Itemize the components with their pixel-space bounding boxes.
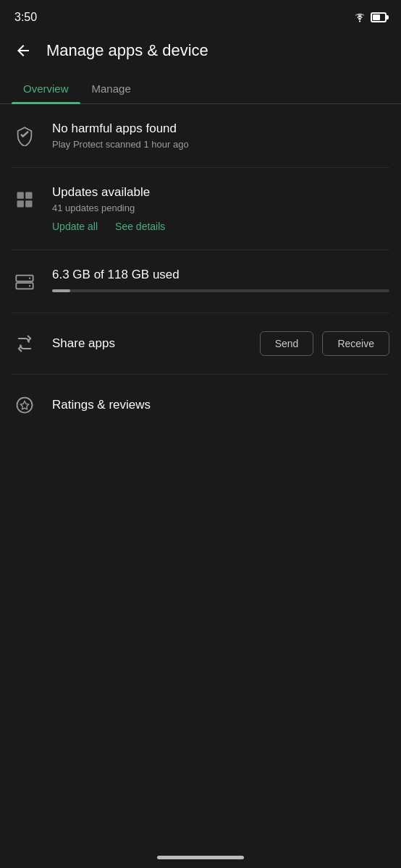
ratings-label: Ratings & reviews: [52, 398, 151, 412]
play-protect-title: No harmful apps found: [52, 122, 389, 136]
svg-marker-1: [20, 131, 29, 137]
back-icon: [14, 42, 32, 59]
play-protect-section: No harmful apps found Play Protect scann…: [12, 104, 389, 168]
home-indicator: [157, 856, 244, 859]
play-protect-subtitle: Play Protect scanned 1 hour ago: [52, 139, 389, 150]
receive-button[interactable]: Receive: [322, 331, 389, 356]
play-protect-content: No harmful apps found Play Protect scann…: [52, 122, 389, 150]
storage-bar-container: [52, 289, 389, 292]
updates-icon-container: [12, 187, 38, 213]
back-button[interactable]: [12, 39, 35, 62]
updates-icon: [14, 190, 35, 210]
storage-section: 6.3 GB of 118 GB used: [12, 250, 389, 313]
svg-point-10: [17, 398, 33, 413]
ratings-icon-container: [12, 392, 38, 418]
ratings-section: Ratings & reviews: [12, 375, 389, 435]
updates-content: Updates available 41 updates pending Upd…: [52, 185, 389, 232]
tabs: Overview Manage: [0, 74, 401, 104]
updates-subtitle: 41 updates pending: [52, 203, 389, 213]
storage-icon: [14, 272, 35, 292]
update-actions: Update all See details: [52, 221, 389, 232]
ratings-icon: [14, 395, 35, 415]
see-details-link[interactable]: See details: [115, 221, 165, 232]
tab-overview[interactable]: Overview: [12, 74, 80, 103]
svg-rect-3: [25, 192, 32, 199]
svg-point-8: [29, 278, 30, 279]
status-bar: 3:50: [0, 0, 401, 32]
share-apps-buttons: Send Receive: [260, 331, 389, 356]
svg-point-9: [29, 285, 30, 286]
storage-content: 6.3 GB of 118 GB used: [52, 268, 389, 292]
updates-section: Updates available 41 updates pending Upd…: [12, 168, 389, 250]
status-time: 3:50: [14, 11, 37, 24]
share-apps-section: Share apps Send Receive: [12, 313, 389, 375]
share-apps-icon-container: [12, 331, 38, 357]
svg-rect-2: [17, 192, 24, 199]
share-apps-icon: [14, 333, 35, 354]
storage-title: 6.3 GB of 118 GB used: [52, 268, 389, 282]
play-protect-icon-container: [12, 123, 38, 149]
wifi-icon: [353, 12, 366, 22]
updates-title: Updates available: [52, 185, 389, 200]
svg-rect-4: [17, 200, 24, 207]
content: No harmful apps found Play Protect scann…: [0, 104, 401, 435]
svg-rect-5: [25, 200, 32, 207]
tab-manage[interactable]: Manage: [80, 74, 143, 103]
svg-point-0: [359, 20, 360, 22]
status-icons: [353, 12, 387, 22]
shield-icon: [14, 126, 35, 146]
header: Manage apps & device: [0, 32, 401, 74]
send-button[interactable]: Send: [260, 331, 314, 356]
update-all-link[interactable]: Update all: [52, 221, 98, 232]
page-title: Manage apps & device: [46, 41, 208, 60]
storage-icon-container: [12, 269, 38, 295]
battery-icon: [371, 12, 387, 22]
storage-bar-fill: [52, 289, 70, 292]
share-apps-label: Share apps: [52, 336, 260, 351]
